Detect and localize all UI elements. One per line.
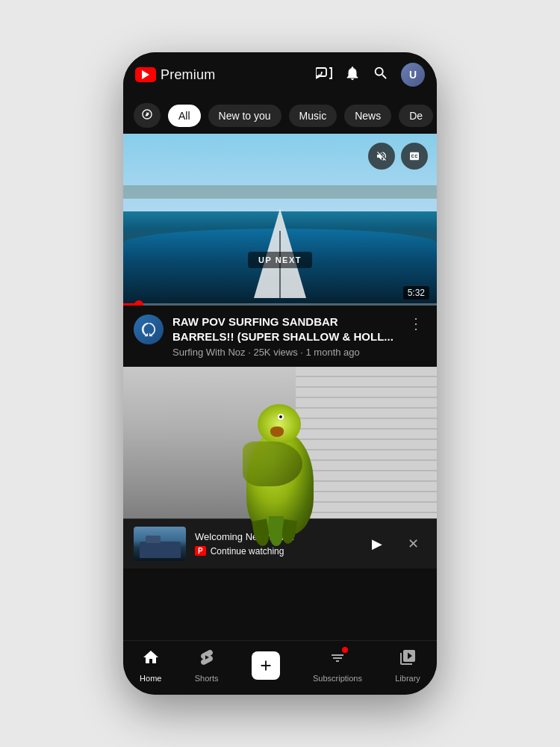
tab-de[interactable]: De xyxy=(399,105,433,127)
subscriptions-icon xyxy=(329,651,346,670)
shorts-label: Shorts xyxy=(195,674,219,683)
home-icon xyxy=(142,648,160,671)
video-duration: 5:32 xyxy=(403,286,429,300)
library-label: Library xyxy=(395,674,420,683)
search-icon[interactable] xyxy=(373,65,389,85)
channel-avatar[interactable] xyxy=(134,314,164,344)
nav-subscriptions[interactable]: Subscriptions xyxy=(313,648,362,683)
phone-shell: Premium U All New to you Music News De xyxy=(123,52,437,695)
cast-icon[interactable] xyxy=(316,66,332,84)
tab-all[interactable]: All xyxy=(168,105,201,127)
progress-bar[interactable] xyxy=(123,303,437,306)
video-player-2[interactable]: Welcoming New York... P Continue watchin… xyxy=(123,367,437,568)
mute-button[interactable] xyxy=(368,143,395,170)
tab-news[interactable]: News xyxy=(344,105,391,127)
subscriptions-icon-wrap xyxy=(329,648,346,671)
captions-button[interactable] xyxy=(401,143,428,170)
app-header: Premium U xyxy=(123,52,437,97)
continue-watching-label: Continue watching xyxy=(211,546,284,557)
premium-label: Premium xyxy=(161,67,215,83)
nav-library[interactable]: Library xyxy=(395,648,420,683)
explore-tab[interactable] xyxy=(134,103,161,128)
create-button[interactable] xyxy=(252,651,280,680)
video-player-1[interactable]: UP NEXT 5:32 xyxy=(123,134,437,306)
parrot-body xyxy=(231,400,329,535)
header-actions: U xyxy=(316,63,425,87)
progress-dot xyxy=(134,300,143,306)
mini-thumb-boat xyxy=(134,527,186,561)
video-metadata: RAW POV SURFING SANDBAR BARRELS!! (SUPER… xyxy=(172,314,396,358)
mini-player-close-button[interactable]: ✕ xyxy=(399,530,426,557)
video-subtitle: Surfing With Noz · 25K views · 1 month a… xyxy=(172,347,396,358)
library-icon xyxy=(399,648,417,671)
bottom-navigation: Home Shorts Subscriptions xyxy=(123,640,437,695)
nav-shorts[interactable]: Shorts xyxy=(195,648,219,683)
video-info-1: RAW POV SURFING SANDBAR BARRELS!! (SUPER… xyxy=(123,306,437,367)
video-title: RAW POV SURFING SANDBAR BARRELS!! (SUPER… xyxy=(172,314,396,344)
notifications-icon[interactable] xyxy=(344,65,361,85)
premium-badge: P xyxy=(195,546,206,556)
more-options-button[interactable]: ⋮ xyxy=(405,314,426,332)
tab-new-to-you[interactable]: New to you xyxy=(208,105,281,127)
mini-continue-row: P Continue watching xyxy=(195,546,355,557)
video-overlay-controls xyxy=(368,143,428,170)
nav-home[interactable]: Home xyxy=(140,648,161,683)
shorts-icon xyxy=(198,648,216,671)
subscriptions-notification-dot xyxy=(342,647,348,653)
mini-player-play-button[interactable]: ▶ xyxy=(364,530,391,557)
logo-area: Premium xyxy=(135,67,310,83)
mini-player-thumbnail xyxy=(134,527,186,561)
youtube-logo-icon xyxy=(135,67,156,82)
avatar[interactable]: U xyxy=(401,63,425,87)
filter-tabs-bar: All New to you Music News De xyxy=(123,97,437,134)
nav-create[interactable] xyxy=(252,651,280,680)
up-next-badge: UP NEXT xyxy=(248,252,312,268)
tab-music[interactable]: Music xyxy=(289,105,337,127)
home-label: Home xyxy=(140,674,161,683)
subscriptions-label: Subscriptions xyxy=(313,674,362,683)
